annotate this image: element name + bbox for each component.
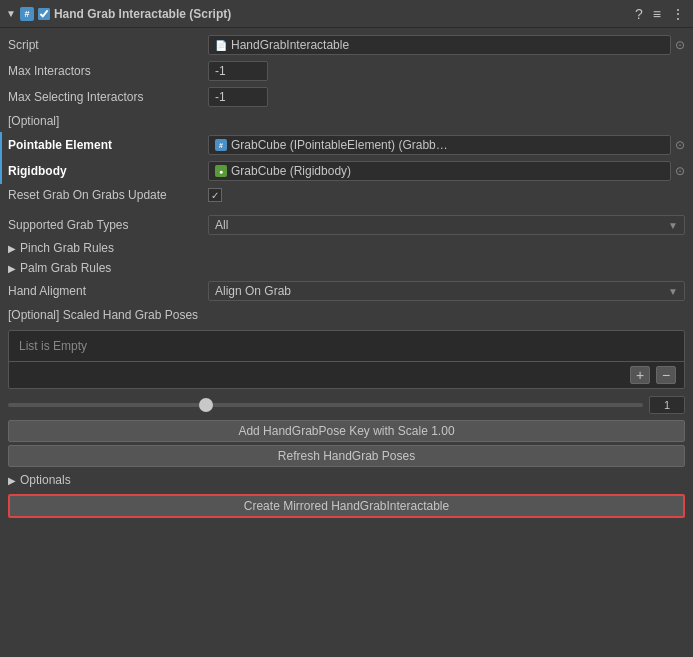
slider-thumb[interactable] [199,398,213,412]
max-selecting-field[interactable]: -1 [208,87,268,107]
rigidbody-text: GrabCube (Rigidbody) [231,164,664,178]
max-selecting-value: -1 [208,87,685,107]
rigidbody-field[interactable]: ● GrabCube (Rigidbody) [208,161,671,181]
script-row: Script 📄 HandGrabInteractable ⊙ [0,32,693,58]
pointable-element-label: Pointable Element [8,138,208,152]
pointable-icon: # [215,139,227,151]
rigidbody-label: Rigidbody [8,164,208,178]
optionals-label: Optionals [20,473,71,487]
pointable-element-value: # GrabCube (IPointableElement) (Grabb… ⊙ [208,135,685,155]
dropdown-arrow-icon: ▼ [668,220,678,231]
pointable-element-field[interactable]: # GrabCube (IPointableElement) (Grabb… [208,135,671,155]
max-interactors-value: -1 [208,61,685,81]
reset-grab-row: Reset Grab On Grabs Update ✓ [0,184,693,206]
pinch-grab-arrow-icon: ▶ [8,243,16,254]
slider-track[interactable] [8,403,643,407]
supported-grab-dropdown[interactable]: All ▼ [208,215,685,235]
panel-header: ▼ # Hand Grab Interactable (Script) ? ≡ … [0,0,693,28]
optional-label: [Optional] [8,114,208,128]
panel-title: Hand Grab Interactable (Script) [54,7,629,21]
supported-grab-label: Supported Grab Types [8,218,208,232]
hand-alignment-label: Hand Aligment [8,284,208,298]
add-pose-button[interactable]: Add HandGrabPose Key with Scale 1.00 [8,420,685,442]
script-field[interactable]: 📄 HandGrabInteractable [208,35,671,55]
reset-grab-check[interactable]: ✓ [208,188,222,202]
pinch-grab-foldout[interactable]: ▶ Pinch Grab Rules [0,238,693,258]
check-mark-icon: ✓ [208,188,222,202]
menu-button[interactable]: ⋮ [669,6,687,22]
max-selecting-row: Max Selecting Interactors -1 [0,84,693,110]
mirror-button[interactable]: Create Mirrored HandGrabInteractable [8,494,685,518]
optionals-arrow-icon: ▶ [8,475,16,486]
palm-grab-foldout[interactable]: ▶ Palm Grab Rules [0,258,693,278]
help-button[interactable]: ? [633,6,645,22]
list-section: List is Empty + − [8,330,685,389]
refresh-button[interactable]: Refresh HandGrab Poses [8,445,685,467]
header-actions: ? ≡ ⋮ [633,6,687,22]
list-controls: + − [9,361,684,388]
reset-grab-label: Reset Grab On Grabs Update [8,188,208,202]
max-interactors-row: Max Interactors -1 [0,58,693,84]
preset-button[interactable]: ≡ [651,6,663,22]
script-target-btn[interactable]: ⊙ [675,38,685,52]
hand-alignment-dropdown[interactable]: Align On Grab ▼ [208,281,685,301]
max-interactors-label: Max Interactors [8,64,208,78]
palm-grab-arrow-icon: ▶ [8,263,16,274]
script-label: Script [8,38,208,52]
max-interactors-field[interactable]: -1 [208,61,268,81]
hand-alignment-row: Hand Aligment Align On Grab ▼ [0,278,693,304]
hand-alignment-arrow-icon: ▼ [668,286,678,297]
reset-grab-value: ✓ [208,188,685,202]
supported-grab-dropdown-text: All [215,218,228,232]
pointable-text: GrabCube (IPointableElement) (Grabb… [231,138,664,152]
pinch-grab-label: Pinch Grab Rules [20,241,114,255]
optionals-foldout[interactable]: ▶ Optionals [0,470,693,490]
scaled-poses-label: [Optional] Scaled Hand Grab Poses [8,308,208,322]
rigidbody-icon: ● [215,165,227,177]
list-empty-text: List is Empty [9,331,684,361]
optional-row: [Optional] [0,110,693,132]
list-add-button[interactable]: + [630,366,650,384]
enabled-checkbox[interactable] [38,8,50,20]
hand-grab-interactable-panel: ▼ # Hand Grab Interactable (Script) ? ≡ … [0,0,693,526]
rigidbody-row: Rigidbody ● GrabCube (Rigidbody) ⊙ [0,158,693,184]
rigidbody-value: ● GrabCube (Rigidbody) ⊙ [208,161,685,181]
pointable-target-btn[interactable]: ⊙ [675,138,685,152]
script-name: HandGrabInteractable [231,38,349,52]
script-value: 📄 HandGrabInteractable ⊙ [208,35,685,55]
slider-value[interactable]: 1 [649,396,685,414]
slider-row: 1 [0,393,693,417]
panel-content: Script 📄 HandGrabInteractable ⊙ Max Inte… [0,28,693,526]
rigidbody-target-btn[interactable]: ⊙ [675,164,685,178]
script-icon: # [20,7,34,21]
supported-grab-row: Supported Grab Types All ▼ [0,212,693,238]
supported-grab-value: All ▼ [208,215,685,235]
palm-grab-label: Palm Grab Rules [20,261,111,275]
script-file-icon: 📄 [215,40,227,51]
max-selecting-label: Max Selecting Interactors [8,90,208,104]
hand-alignment-value: Align On Grab ▼ [208,281,685,301]
pointable-element-row: Pointable Element # GrabCube (IPointable… [0,132,693,158]
collapse-arrow-icon[interactable]: ▼ [6,8,16,19]
scaled-poses-row: [Optional] Scaled Hand Grab Poses [0,304,693,326]
hand-alignment-dropdown-text: Align On Grab [215,284,291,298]
list-remove-button[interactable]: − [656,366,676,384]
